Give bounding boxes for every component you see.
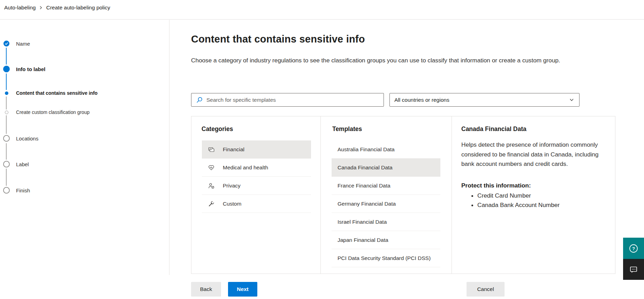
search-icon [196, 97, 203, 104]
search-input[interactable] [206, 97, 384, 104]
feedback-icon [628, 264, 639, 275]
wizard-substep-custom-group[interactable]: Create custom classification group [0, 110, 90, 115]
step-pending-icon [0, 187, 13, 194]
step-label: Content that contains sensitive info [13, 91, 98, 96]
template-label: PCI Data Security Standard (PCI DSS) [338, 255, 431, 261]
svg-text:?: ? [632, 246, 635, 251]
step-connector [6, 169, 7, 186]
template-row-pci-dss[interactable]: PCI Data Security Standard (PCI DSS) [332, 249, 440, 267]
breadcrumb-auto-labeling[interactable]: Auto-labeling [4, 5, 36, 11]
wizard-rail: Name Info to label Content that contains… [0, 20, 169, 275]
template-label: France Financial Data [338, 183, 391, 189]
wrench-icon [208, 200, 215, 207]
heart-pulse-icon [208, 164, 215, 171]
templates-list: Australia Financial Data Canada Financia… [321, 140, 452, 267]
step-active-icon [0, 66, 13, 72]
wizard-substep-sensitive-info[interactable]: Content that contains sensitive info [0, 91, 98, 96]
help-icon: ? [628, 243, 639, 254]
step-connector [6, 97, 7, 109]
protect-list: Credit Card Number Canada Bank Account N… [461, 191, 605, 210]
wizard-step-info-to-label[interactable]: Info to label [0, 66, 45, 72]
create-auto-labeling-policy-page: Auto-labeling Create auto-labeling polic… [0, 0, 644, 299]
step-label: Info to label [13, 66, 45, 72]
chevron-down-icon [569, 97, 574, 102]
step-current-dot-icon [0, 91, 13, 95]
step-connector [6, 115, 7, 134]
page-description: Choose a category of industry regulation… [191, 55, 597, 65]
template-detail-panel: Canada Financial Data Helps detect the p… [452, 116, 615, 274]
wizard-step-locations[interactable]: Locations [0, 135, 38, 142]
dropdown-value: All countries or regions [390, 97, 569, 103]
protect-item: Credit Card Number [477, 191, 605, 201]
templates-heading: Templates [321, 116, 452, 133]
category-label: Privacy [223, 183, 241, 189]
wizard-step-label[interactable]: Label [0, 161, 29, 168]
help-button[interactable]: ? [623, 238, 644, 259]
step-label: Finish [13, 187, 30, 193]
template-row-germany[interactable]: Germany Financial Data [332, 195, 440, 213]
step-connector [6, 143, 7, 160]
credit-card-icon [208, 146, 215, 153]
category-row-privacy[interactable]: Privacy [202, 177, 311, 195]
template-row-france[interactable]: France Financial Data [332, 177, 440, 195]
template-row-israel[interactable]: Israel Financial Data [332, 213, 440, 231]
template-row-japan[interactable]: Japan Financial Data [332, 231, 440, 249]
country-region-dropdown[interactable]: All countries or regions [389, 93, 579, 107]
category-row-financial[interactable]: Financial [202, 140, 311, 159]
protect-heading: Protect this information: [461, 182, 605, 189]
categories-list: Financial Medical and health Privacy [191, 140, 320, 213]
categories-heading: Categories [191, 116, 320, 133]
templates-column: Templates Australia Financial Data Canad… [320, 116, 452, 274]
feedback-button[interactable] [623, 259, 644, 280]
step-pending-icon [0, 135, 13, 142]
page-title: Content that contains sensitive info [191, 33, 365, 45]
step-connector [6, 74, 7, 90]
detail-title: Canada Financial Data [461, 125, 605, 133]
breadcrumb-create-policy: Create auto-labeling policy [46, 5, 110, 11]
category-label: Financial [223, 146, 244, 153]
step-label: Create custom classification group [13, 110, 90, 115]
detail-description: Helps detect the presence of information… [461, 140, 605, 169]
step-label: Locations [13, 136, 38, 141]
template-row-australia[interactable]: Australia Financial Data [332, 140, 440, 159]
wizard-step-finish[interactable]: Finish [0, 187, 30, 194]
cancel-button[interactable]: Cancel [467, 282, 505, 297]
sensitive-info-picker: Categories Financial Medical and health [191, 116, 615, 274]
step-pending-icon [0, 161, 13, 168]
step-connector [6, 48, 7, 64]
wizard-step-name[interactable]: Name [0, 41, 30, 47]
category-row-medical[interactable]: Medical and health [202, 159, 311, 177]
template-label: Japan Financial Data [338, 237, 388, 243]
template-row-canada[interactable]: Canada Financial Data [332, 159, 440, 177]
step-complete-icon [0, 41, 13, 47]
categories-column: Categories Financial Medical and health [191, 116, 320, 274]
step-label: Label [13, 161, 29, 167]
page-header: Auto-labeling Create auto-labeling polic… [0, 0, 644, 20]
person-block-icon [208, 182, 215, 189]
breadcrumb-chevron-icon [39, 6, 43, 10]
category-row-custom[interactable]: Custom [202, 195, 311, 213]
template-label: Germany Financial Data [338, 201, 396, 207]
step-label: Name [13, 41, 30, 47]
breadcrumb: Auto-labeling Create auto-labeling polic… [0, 0, 644, 11]
template-search [191, 93, 384, 107]
step-pending-dot-icon [0, 110, 13, 114]
template-label: Israel Financial Data [338, 219, 387, 225]
back-button[interactable]: Back [191, 282, 221, 297]
template-label: Canada Financial Data [338, 164, 393, 171]
next-button[interactable]: Next [228, 282, 257, 297]
protect-item: Canada Bank Account Number [477, 200, 605, 210]
category-label: Medical and health [223, 164, 268, 171]
category-label: Custom [223, 201, 241, 207]
template-label: Australia Financial Data [338, 146, 395, 153]
